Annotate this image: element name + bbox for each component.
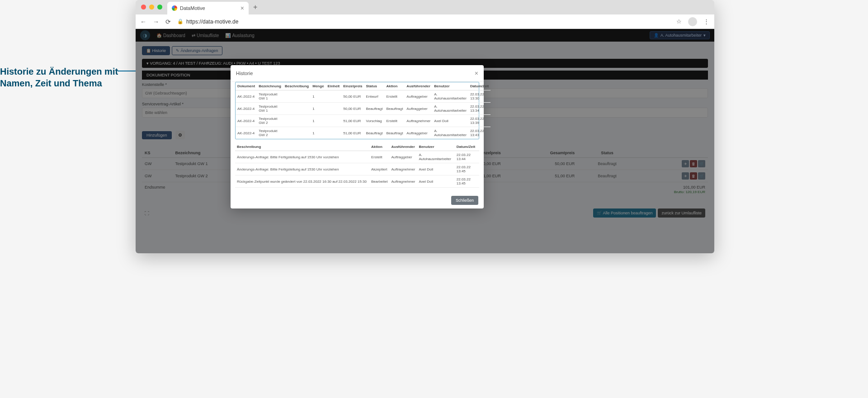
browser-window: DataMotive × + ← → ⟳ 🔒 https://data-moti…: [136, 0, 714, 253]
modal-header: Historie ×: [231, 65, 484, 82]
schliessen-button[interactable]: Schließen: [451, 196, 478, 205]
bookmark-icon[interactable]: ☆: [676, 18, 682, 25]
google-favicon-icon: [172, 5, 177, 11]
url-text: https://data-motive.de: [186, 19, 238, 25]
history-row: AK-2022-4Testprodukt GW 2151,00 EURVorsc…: [236, 115, 491, 127]
history-row: AK-2022-4Testprodukt GW 2151,00 EURBeauf…: [236, 127, 491, 139]
close-icon[interactable]: ×: [475, 70, 478, 77]
back-icon[interactable]: ←: [140, 18, 146, 25]
browser-address-bar: ← → ⟳ 🔒 https://data-motive.de ☆ ⋮: [136, 14, 714, 29]
minimize-window-button[interactable]: [149, 5, 154, 9]
history-row: AK-2022-4Testprodukt GW 1150,00 EURBeauf…: [236, 103, 491, 115]
close-tab-icon[interactable]: ×: [241, 5, 244, 12]
browser-menu-icon[interactable]: ⋮: [703, 18, 710, 25]
history-header-row: Dokument Bezeichnung Beschreibung Menge …: [236, 82, 491, 90]
tab-title: DataMotive: [180, 5, 205, 11]
annotation: Historie zu Änderungen mit Namen, Zeit u…: [0, 66, 131, 89]
change-row: Änderungs-Anfrage: Bitte Fertigstellung …: [235, 151, 479, 163]
window-controls: [141, 5, 162, 9]
modal-title: Historie: [236, 71, 253, 76]
changes-header-row: Beschreibung Aktion Ausführender Benutze…: [235, 143, 479, 151]
browser-tab[interactable]: DataMotive ×: [167, 2, 249, 14]
changes-table: Beschreibung Aktion Ausführender Benutze…: [235, 143, 479, 188]
history-row: AK-2022-4Testprodukt GW 1150,00 EUREntwu…: [236, 90, 491, 103]
change-row: Änderungs-Anfrage: Bitte Fertigstellung …: [235, 163, 479, 175]
browser-tab-bar: DataMotive × +: [136, 0, 714, 14]
change-row: Rückgabe-Zeitpunkt wurde geändert von 22…: [235, 175, 479, 188]
historie-modal: Historie × Dokument Bezeichnung Beschrei…: [231, 65, 484, 208]
lock-icon: 🔒: [177, 19, 184, 24]
annotation-text: Historie zu Änderungen mit Namen, Zeit u…: [0, 66, 131, 89]
profile-avatar[interactable]: [688, 17, 697, 26]
reload-icon[interactable]: ⟳: [165, 18, 171, 25]
close-window-button[interactable]: [141, 5, 146, 9]
maximize-window-button[interactable]: [157, 5, 162, 9]
new-tab-button[interactable]: +: [249, 3, 262, 11]
forward-icon[interactable]: →: [153, 18, 159, 25]
modal-footer: Schließen: [231, 192, 484, 208]
url-box[interactable]: 🔒 https://data-motive.de: [177, 19, 670, 25]
app-content: ◑ 🏠 Dashboard ⇄ Umlaufliste 📊 Auslastung…: [136, 29, 714, 253]
history-table: Dokument Bezeichnung Beschreibung Menge …: [236, 82, 491, 139]
